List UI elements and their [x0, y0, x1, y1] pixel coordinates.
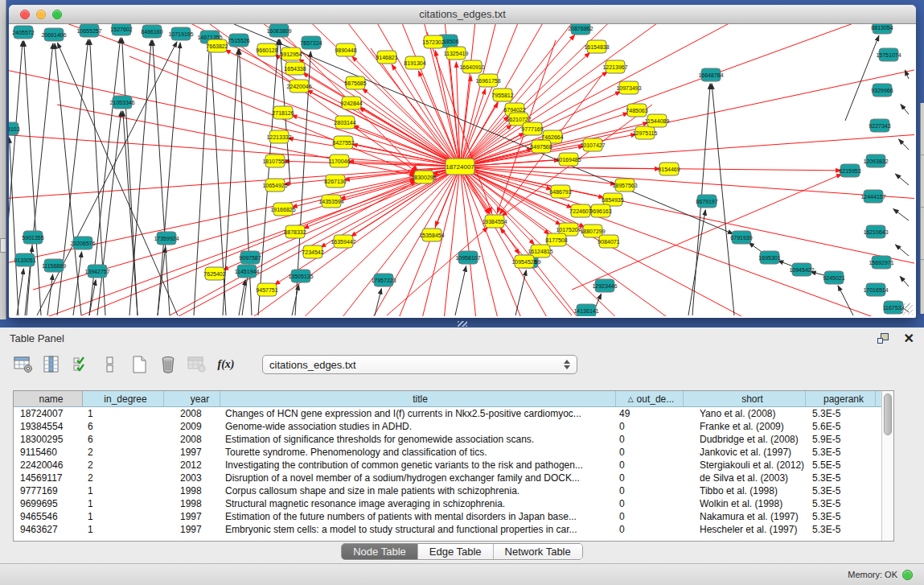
scrollbar-thumb[interactable] — [884, 393, 892, 435]
graph-node[interactable]: 12213332 — [266, 130, 291, 143]
graph-node[interactable]: 6497568 — [530, 140, 552, 153]
graph-node[interactable]: 1654338 — [284, 62, 306, 75]
graph-node[interactable]: 10169485 — [556, 153, 581, 166]
table-row[interactable]: 911546021997Tourette syndrome. Phenomeno… — [14, 446, 881, 459]
graph-node[interactable]: 7234542 — [302, 245, 323, 258]
graph-node[interactable]: 9777169 — [521, 122, 543, 135]
graph-node[interactable]: 1527602 — [110, 24, 132, 35]
graph-node[interactable]: 6791939 — [730, 231, 752, 244]
graph-node[interactable]: 5912954 — [280, 47, 302, 60]
graph-node[interactable]: 12444157 — [860, 190, 885, 203]
graph-node[interactable]: 2653103 — [9, 122, 20, 135]
graph-node[interactable]: 1695301 — [758, 251, 780, 264]
graph-node[interactable]: 18724007 — [446, 159, 474, 175]
graph-node[interactable]: 16640910 — [459, 60, 484, 73]
graph-node[interactable]: 9154469 — [658, 163, 680, 175]
graph-node[interactable]: 7515526 — [228, 34, 249, 47]
graph-node[interactable]: 10719195 — [168, 27, 193, 40]
graph-node[interactable]: 2803144 — [334, 116, 355, 129]
graph-node[interactable]: 6486793 — [549, 185, 571, 198]
graph-node[interactable]: 20206576 — [70, 237, 95, 249]
graph-node[interactable]: 16154838 — [584, 40, 609, 53]
graph-node[interactable]: 8813054 — [871, 24, 893, 34]
tab-edge-table[interactable]: Edge Table — [418, 544, 494, 559]
graph-node[interactable]: 11451944 — [235, 265, 260, 278]
import-table-icon[interactable] — [187, 355, 207, 374]
graph-node[interactable]: 13942757 — [84, 265, 109, 278]
graph-node[interactable]: 8215953 — [839, 164, 860, 177]
graph-node[interactable]: 14353594 — [318, 195, 343, 208]
graph-node[interactable]: 8466160 — [141, 25, 162, 38]
window-resize-grip[interactable] — [901, 303, 913, 315]
table-row[interactable]: 969969511998Structural magnetic resonanc… — [14, 497, 881, 510]
graph-node[interactable]: 18957563 — [612, 179, 637, 192]
graph-node[interactable]: 7857224 — [300, 36, 322, 49]
float-panel-icon[interactable] — [877, 332, 891, 345]
graph-node[interactable]: 13505135 — [288, 270, 313, 282]
graph-node[interactable]: 7663822 — [206, 39, 228, 52]
table-scrollbar[interactable] — [881, 391, 893, 541]
graph-node[interactable]: 17016514 — [863, 283, 888, 296]
column-header-in-degree[interactable]: in_degree — [83, 391, 164, 406]
row-height-icon[interactable] — [100, 355, 121, 374]
network-window-titlebar[interactable]: citations_edges.txt — [9, 5, 916, 24]
graph-node[interactable]: 17359924 — [154, 232, 179, 245]
graph-node[interactable]: 15358454 — [419, 229, 444, 241]
close-panel-icon[interactable]: ✕ — [904, 332, 914, 345]
graph-node[interactable]: 7485063 — [626, 104, 647, 117]
graph-node[interactable]: 18107552 — [262, 154, 287, 167]
select-columns-icon[interactable] — [71, 355, 92, 374]
graph-node[interactable]: 9146821 — [376, 51, 397, 64]
graph-node[interactable]: 9245021 — [823, 271, 844, 284]
graph-node[interactable]: 7625402 — [203, 267, 225, 280]
graph-node[interactable]: 12213967 — [602, 60, 627, 73]
graph-node[interactable]: 9227343 — [869, 119, 890, 132]
graph-node[interactable]: 19384554 — [482, 215, 507, 228]
graph-node[interactable]: 1170046 — [329, 154, 351, 167]
graph-node[interactable]: 20876862 — [568, 24, 593, 35]
table-row[interactable]: 1938455462009Genome-wide association stu… — [14, 420, 881, 433]
graph-node[interactable]: 16648784 — [698, 68, 723, 81]
graph-node[interactable]: 8427552 — [332, 136, 354, 149]
table-row[interactable]: 1830029562008Estimation of significance … — [14, 433, 881, 446]
graph-node[interactable]: 11325419 — [444, 47, 469, 60]
graph-node[interactable]: 11544089 — [645, 114, 670, 127]
new-table-icon[interactable] — [129, 355, 150, 374]
column-header-out-degree[interactable]: △ out_de... — [616, 391, 684, 406]
graph-node[interactable]: 11156889 — [42, 259, 66, 272]
graph-node[interactable]: 21053346 — [109, 96, 134, 109]
graph-node[interactable]: 15692971 — [869, 256, 893, 269]
graph-node[interactable]: 17957223 — [371, 274, 396, 286]
panel-resize-grip[interactable] — [458, 321, 467, 327]
graph-node[interactable]: 9890448 — [335, 43, 356, 56]
graph-node[interactable]: 9457751 — [256, 283, 277, 296]
graph-node[interactable]: 9242844 — [340, 97, 362, 109]
graph-node[interactable]: 15751074 — [876, 48, 901, 61]
graph-node[interactable]: 12093832 — [863, 154, 888, 167]
graph-node[interactable]: 9329966 — [871, 84, 893, 97]
table-row[interactable]: 1456911722003Disruption of a novel membe… — [14, 472, 881, 484]
graph-node[interactable]: 16961758 — [475, 74, 500, 87]
graph-node[interactable]: 10958107 — [455, 251, 480, 264]
graph-node[interactable]: 5875685 — [344, 76, 366, 89]
column-header-title[interactable]: title — [220, 391, 616, 406]
graph-node[interactable]: 7955812 — [491, 89, 513, 101]
graph-node[interactable]: 10954528 — [511, 255, 536, 268]
table-selector-dropdown[interactable]: citations_edges.txt — [262, 355, 577, 374]
column-header-name[interactable]: name — [14, 391, 83, 406]
column-header-pagerank[interactable]: pagerank — [806, 391, 876, 406]
graph-node[interactable]: 8191304 — [404, 56, 425, 69]
graph-node[interactable]: 9097587 — [239, 251, 261, 264]
graph-node[interactable]: 8679197 — [696, 195, 717, 208]
graph-node[interactable]: 8878332 — [284, 225, 306, 238]
graph-node[interactable]: 10655257 — [76, 24, 101, 37]
graph-node[interactable]: 1572302 — [422, 35, 444, 48]
graph-node[interactable]: 16359447 — [331, 235, 355, 248]
table-settings-icon[interactable] — [13, 355, 34, 374]
graph-node[interactable]: 22420046 — [286, 80, 311, 93]
graph-node[interactable]: 5901355 — [22, 231, 43, 244]
graph-node[interactable]: 18300295 — [411, 171, 436, 183]
delete-table-icon[interactable] — [158, 355, 179, 374]
graph-node[interactable]: 10973493 — [616, 81, 641, 94]
graph-node[interactable]: 12923446 — [592, 279, 617, 292]
